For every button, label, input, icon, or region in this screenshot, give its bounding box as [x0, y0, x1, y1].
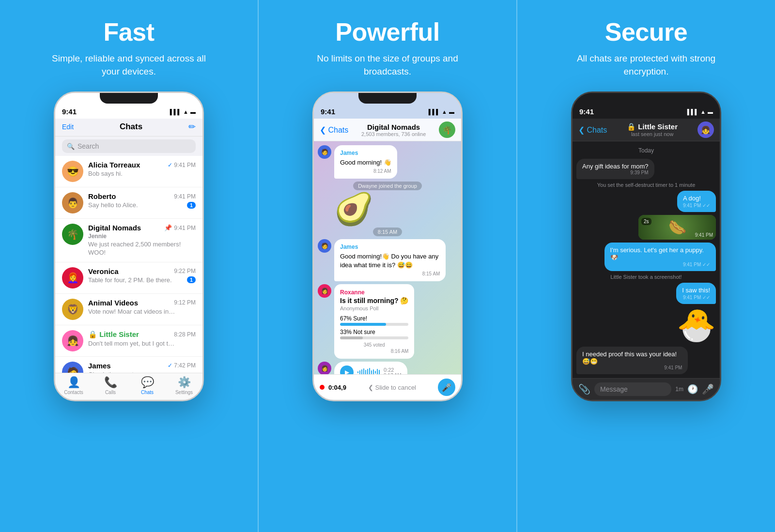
search-icon: 🔍 — [67, 143, 75, 150]
secret-header-info: 🔒 Little Sister last seen just now — [611, 122, 694, 137]
status-time-3: 9:41 — [579, 107, 594, 116]
tab-label-settings: Settings — [175, 390, 193, 395]
chat-item-alicia[interactable]: 😎 Alicia Torreaux ✓ 9:41 PM Bob says hi. — [55, 156, 202, 187]
msg-avatar-roxanne: 👩 — [318, 284, 331, 298]
tab-settings[interactable]: ⚙️ Settings — [166, 376, 202, 395]
poll-option-label-notsure: 33% Not sure — [340, 329, 408, 335]
chat-preview-alicia: Bob says hi. — [88, 170, 123, 177]
message-input[interactable]: Message — [594, 382, 671, 396]
wifi-icon: ▲ — [183, 109, 188, 115]
msg-i-saw: I saw this! 9:41 PM ✓✓ — [676, 283, 716, 304]
chat-item-roberto[interactable]: 👨 Roberto 9:41 PM Say hello to Alice. 1 — [55, 187, 202, 219]
avatar-animals: 🦁 — [62, 299, 83, 320]
signal-icon: ▌▌▌ — [170, 109, 181, 115]
recording-time: 0:04,9 — [328, 384, 346, 391]
chat-time-alicia: ✓ 9:41 PM — [168, 162, 196, 168]
chat-time-roberto: 9:41 PM — [174, 193, 196, 200]
chat-item-animals[interactable]: 🦁 Animal Videos 9:12 PM Vote now! Moar c… — [55, 294, 202, 325]
back-button-secret[interactable]: ❮ Chats — [578, 125, 607, 135]
time-divider: 8:15 AM — [373, 228, 402, 236]
waveform — [357, 367, 380, 374]
poll-bar-sure — [340, 323, 386, 326]
voice-message[interactable]: ▶ — [334, 362, 407, 374]
mic-button-secret[interactable]: 🎤 — [702, 383, 714, 395]
chat-time-veronica: 9:22 PM — [174, 268, 196, 274]
attach-button[interactable]: 📎 — [578, 383, 590, 395]
msg-text-james-morning: Good morning! 👋 — [340, 158, 391, 167]
poll-card[interactable]: Roxanne Is it still morning? 🤔 Anonymous… — [334, 284, 414, 359]
poll-option-label-sure: 67% Sure! — [340, 315, 408, 322]
group-header: ❮ Chats Digital Nomads 2,503 members, 73… — [314, 119, 461, 141]
tab-chats[interactable]: 💬 Chats — [129, 376, 166, 395]
chats-header: Edit Chats ✏ — [55, 119, 202, 137]
poll-container: 👩 Roxanne Is it still morning? 🤔 Anonymo… — [318, 284, 457, 359]
chat-item-veronica[interactable]: 👩‍🦰 Veronica 9:22 PM Table for four, 2 P… — [55, 262, 202, 294]
search-input[interactable]: 🔍 Search — [62, 139, 196, 153]
chat-item-sister[interactable]: 👧 🔒 Little Sister 8:28 PM Don't tell mom… — [55, 325, 202, 357]
wave-7 — [369, 368, 370, 374]
msg-time-saw: 9:41 PM ✓✓ — [682, 295, 710, 300]
compose-button[interactable]: ✏ — [188, 122, 196, 132]
edit-button[interactable]: Edit — [62, 123, 74, 131]
secret-messages: Today Any gift ideas for mom? 9:39 PM Yo… — [573, 141, 720, 378]
panel-secure: Secure All chats are protected with stro… — [516, 0, 775, 532]
msg-time-james-q: 8:15 AM — [340, 271, 440, 277]
tab-contacts[interactable]: 👤 Contacts — [55, 376, 92, 395]
phone-secret: 9:41 ▌▌▌ ▲ ▬ ❮ Chats 🔒 Little Sister las… — [571, 91, 721, 401]
back-button-group[interactable]: ❮ Chats — [320, 125, 348, 135]
chat-name-alicia: Alicia Torreaux — [88, 161, 140, 169]
panel-title-fast: Fast — [104, 17, 155, 46]
poll-option-notsure: 33% Not sure — [340, 329, 408, 339]
wave-4 — [363, 368, 364, 374]
notch-3 — [617, 93, 675, 104]
notch-1 — [100, 93, 158, 104]
msg-time-gift: 9:39 PM — [582, 170, 649, 175]
video-timer: 2s — [641, 218, 651, 225]
msg-avatar-james: 🧑 — [318, 145, 331, 159]
panel-powerful: Powerful No limits on the size of groups… — [258, 0, 516, 532]
panel-subtitle-powerful: No limits on the size of groups and broa… — [305, 52, 470, 78]
play-button[interactable]: ▶ — [340, 365, 354, 374]
phone-group-inner: 9:41 ▌▌▌ ▲ ▬ ❮ Chats Digital Nomads 2,50… — [314, 93, 461, 400]
avatar-roberto: 👨 — [62, 192, 83, 213]
secret-input-bar: 📎 Message 1m 🕐 🎤 — [573, 378, 720, 400]
wave-1 — [357, 371, 358, 373]
msg-james-morning: 🧑 James Good morning! 👋 8:12 AM — [318, 145, 457, 179]
poll-sender: Roxanne — [340, 289, 408, 296]
voice-duration: 0:22 — [384, 367, 402, 373]
wave-3 — [361, 369, 362, 374]
avatar-veronica: 👩‍🦰 — [62, 267, 83, 289]
chat-list: 😎 Alicia Torreaux ✓ 9:41 PM Bob says hi.… — [55, 156, 202, 373]
phone-secret-inner: 9:41 ▌▌▌ ▲ ▬ ❮ Chats 🔒 Little Sister las… — [573, 93, 720, 400]
slide-to-cancel: ❮ Slide to cancel — [350, 384, 434, 391]
msg-avatar-emma: 👩 — [318, 362, 331, 374]
mic-button[interactable]: 🎤 — [438, 379, 455, 396]
wifi-icon-2: ▲ — [442, 109, 447, 115]
video-message[interactable]: 🌭 2s ▶ 9:41 PM — [638, 215, 716, 240]
chat-item-james[interactable]: 🧑 James ✓ 7:42 PM Check these out — [55, 357, 202, 373]
msg-time-proof: 9:41 PM — [582, 365, 682, 370]
notch-2 — [358, 93, 417, 104]
day-label: Today — [576, 147, 716, 154]
chat-time-james: ✓ 7:42 PM — [168, 362, 196, 369]
chat-item-nomads[interactable]: 🌴 Digital Nomads 📌 9:41 PM Jennie — [55, 219, 202, 262]
group-name: Digital Nomads — [352, 123, 435, 131]
chat-time-animals: 9:12 PM — [174, 299, 196, 306]
panel-title-secure: Secure — [605, 17, 687, 46]
chat-content-roberto: Roberto 9:41 PM Say hello to Alice. 1 — [88, 192, 196, 209]
chat-content-james: James ✓ 7:42 PM Check these out — [88, 362, 196, 373]
battery-icon-3: ▬ — [708, 109, 713, 115]
chat-name-roberto: Roberto — [88, 192, 116, 200]
status-time-2: 9:41 — [321, 107, 335, 116]
wave-2 — [359, 370, 360, 374]
wave-10 — [375, 371, 376, 374]
chat-preview-veronica: Table for four, 2 PM. Be there. — [88, 276, 172, 284]
chat-preview-animals: Vote now! Moar cat videos in this channe… — [88, 308, 175, 315]
tab-calls[interactable]: 📞 Calls — [92, 376, 129, 395]
chat-content-sister: 🔒 Little Sister 8:28 PM Don't tell mom y… — [88, 330, 196, 347]
status-time-1: 9:41 — [62, 107, 77, 116]
chat-content-animals: Animal Videos 9:12 PM Vote now! Moar cat… — [88, 299, 196, 315]
battery-icon-2: ▬ — [449, 109, 454, 115]
chat-content-alicia: Alicia Torreaux ✓ 9:41 PM Bob says hi. — [88, 161, 196, 177]
search-placeholder: Search — [78, 142, 99, 150]
